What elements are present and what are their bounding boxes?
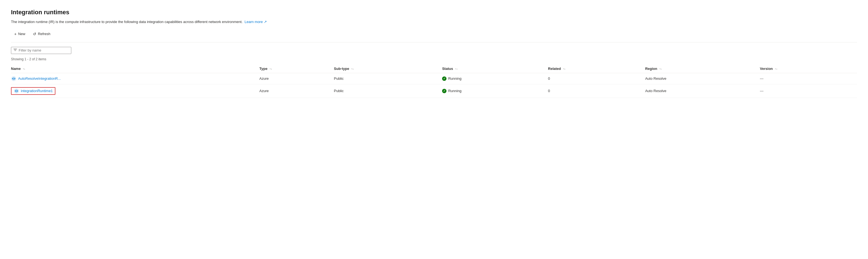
- col-header-subtype[interactable]: Sub-type ↑↓: [334, 64, 442, 73]
- cell-subtype: Public: [334, 84, 442, 98]
- cell-related: 0: [548, 84, 645, 98]
- col-header-related[interactable]: Related ↑↓: [548, 64, 645, 73]
- col-header-status[interactable]: Status ↑↓: [442, 64, 548, 73]
- svg-point-5: [16, 91, 17, 91]
- runtime-name-link[interactable]: AutoResolveIntegrationR...: [11, 76, 256, 82]
- cell-subtype: Public: [334, 73, 442, 84]
- status-running: Running: [442, 76, 545, 81]
- cell-related: 0: [548, 73, 645, 84]
- status-label: Running: [448, 89, 461, 93]
- status-check-icon: [442, 76, 446, 81]
- table-header-row: Name ↑↓ Type ↑↓ Sub-type ↑↓ Status ↑↓ Re…: [11, 64, 857, 73]
- col-header-version[interactable]: Version ↑↓: [760, 64, 857, 73]
- plus-icon: +: [14, 32, 17, 36]
- table-row[interactable]: integrationRuntime1 AzurePublic Running …: [11, 84, 857, 98]
- svg-point-2: [13, 78, 14, 79]
- cell-status: Running: [442, 84, 548, 98]
- new-button-label: New: [18, 32, 25, 36]
- sort-arrows-version[interactable]: ↑↓: [775, 68, 777, 70]
- cell-version: ---: [760, 84, 857, 98]
- sort-arrows-related[interactable]: ↑↓: [563, 68, 565, 70]
- data-table: Name ↑↓ Type ↑↓ Sub-type ↑↓ Status ↑↓ Re…: [11, 64, 857, 98]
- col-header-region[interactable]: Region ↑↓: [645, 64, 760, 73]
- runtime-icon: [14, 88, 19, 94]
- cell-type: Azure: [259, 84, 334, 98]
- table-row[interactable]: AutoResolveIntegrationR... AzurePublic R…: [11, 73, 857, 84]
- cell-name: integrationRuntime1: [11, 84, 259, 98]
- sort-arrows-type[interactable]: ↑↓: [270, 68, 272, 70]
- sort-arrows-name[interactable]: ↑↓: [23, 68, 25, 70]
- refresh-icon: ↺: [33, 32, 36, 36]
- new-button[interactable]: + New: [11, 30, 29, 38]
- cell-version: ---: [760, 73, 857, 84]
- status-check-icon: [442, 89, 446, 93]
- cell-name: AutoResolveIntegrationR...: [11, 73, 259, 84]
- learn-more-link[interactable]: Learn more ↗: [245, 20, 267, 24]
- page-description: The integration runtime (IR) is the comp…: [11, 19, 857, 25]
- page-title: Integration runtimes: [11, 9, 857, 16]
- col-header-type[interactable]: Type ↑↓: [259, 64, 334, 73]
- cell-status: Running: [442, 73, 548, 84]
- sort-arrows-region[interactable]: ↑↓: [659, 68, 662, 70]
- status-running: Running: [442, 89, 545, 93]
- runtime-icon: [11, 76, 17, 82]
- filter-icon: [13, 48, 17, 53]
- cell-region: Auto Resolve: [645, 73, 760, 84]
- toolbar: + New ↺ Refresh: [11, 30, 857, 42]
- cell-region: Auto Resolve: [645, 84, 760, 98]
- cell-type: Azure: [259, 73, 334, 84]
- refresh-button[interactable]: ↺ Refresh: [30, 30, 54, 38]
- showing-text: Showing 1 - 2 of 2 items: [11, 57, 857, 61]
- status-label: Running: [448, 76, 461, 80]
- sort-arrows-status[interactable]: ↑↓: [455, 68, 458, 70]
- filter-input[interactable]: [19, 48, 69, 52]
- col-header-name[interactable]: Name ↑↓: [11, 64, 259, 73]
- sort-arrows-subtype[interactable]: ↑↓: [351, 68, 354, 70]
- refresh-button-label: Refresh: [38, 32, 51, 36]
- runtime-name-link[interactable]: integrationRuntime1: [21, 89, 53, 93]
- filter-box[interactable]: [11, 47, 71, 54]
